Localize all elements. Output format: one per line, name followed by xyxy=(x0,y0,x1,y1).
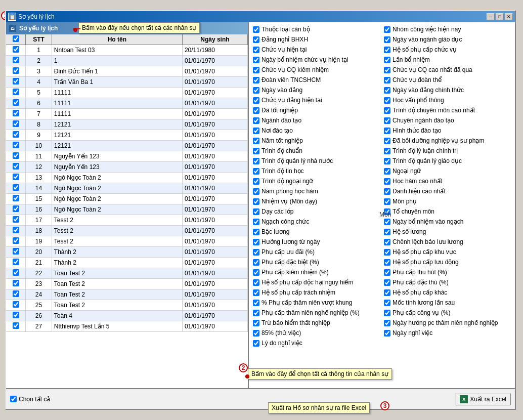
row-checkbox-cell[interactable] xyxy=(6,45,26,56)
row-checkbox-cell[interactable] xyxy=(6,151,26,162)
field-checkbox[interactable] xyxy=(253,249,259,256)
row-checkbox[interactable] xyxy=(13,120,19,127)
field-checkbox[interactable] xyxy=(253,289,259,296)
table-container[interactable]: STT Ho tên Ngày sinh 1Nntoan Test 0320/1… xyxy=(6,34,248,388)
field-checkbox[interactable] xyxy=(384,320,390,326)
field-checkbox[interactable] xyxy=(384,36,390,43)
field-checkbox[interactable] xyxy=(384,219,390,225)
field-checkbox[interactable] xyxy=(384,178,390,185)
row-checkbox[interactable] xyxy=(13,99,19,106)
row-checkbox-cell[interactable] xyxy=(6,204,26,215)
field-checkbox[interactable] xyxy=(253,47,259,53)
field-checkbox[interactable] xyxy=(253,340,259,347)
field-checkbox[interactable] xyxy=(253,128,259,134)
row-checkbox-cell[interactable] xyxy=(6,98,26,109)
field-checkbox[interactable] xyxy=(384,57,390,63)
right-panel[interactable]: Thuộc loại cán bộNhóm công việc hiện nay… xyxy=(249,22,515,388)
field-checkbox[interactable] xyxy=(253,36,259,43)
row-checkbox[interactable] xyxy=(13,110,19,116)
row-checkbox[interactable] xyxy=(13,163,19,170)
row-checkbox[interactable] xyxy=(13,142,19,148)
field-checkbox[interactable] xyxy=(253,77,259,83)
field-checkbox[interactable] xyxy=(253,229,259,235)
row-checkbox-cell[interactable] xyxy=(6,66,26,77)
row-checkbox-cell[interactable] xyxy=(6,226,26,236)
select-all-fields-checkbox[interactable] xyxy=(10,396,17,402)
row-checkbox[interactable] xyxy=(13,205,19,212)
restore-button[interactable]: □ xyxy=(496,13,504,20)
field-checkbox[interactable] xyxy=(253,259,259,266)
field-checkbox[interactable] xyxy=(384,107,390,114)
row-checkbox-cell[interactable] xyxy=(6,194,26,204)
row-checkbox[interactable] xyxy=(13,195,19,201)
field-checkbox[interactable] xyxy=(253,67,259,73)
row-checkbox[interactable] xyxy=(13,237,19,244)
row-checkbox-cell[interactable] xyxy=(6,321,26,332)
row-checkbox-cell[interactable] xyxy=(6,77,26,88)
row-checkbox-cell[interactable] xyxy=(6,311,26,321)
row-checkbox-cell[interactable] xyxy=(6,258,26,268)
row-checkbox[interactable] xyxy=(13,322,19,329)
field-checkbox[interactable] xyxy=(384,259,390,266)
field-checkbox[interactable] xyxy=(253,219,259,225)
field-checkbox[interactable] xyxy=(253,279,259,286)
field-checkbox[interactable] xyxy=(384,47,390,53)
field-checkbox[interactable] xyxy=(384,249,390,256)
row-checkbox[interactable] xyxy=(13,67,19,74)
row-checkbox-cell[interactable] xyxy=(6,300,26,311)
row-checkbox[interactable] xyxy=(13,216,19,223)
field-checkbox[interactable] xyxy=(384,77,390,83)
field-checkbox[interactable] xyxy=(253,158,259,164)
row-checkbox[interactable] xyxy=(13,290,19,297)
row-checkbox[interactable] xyxy=(13,312,19,318)
field-checkbox[interactable] xyxy=(384,330,390,337)
field-checkbox[interactable] xyxy=(253,320,259,326)
row-checkbox[interactable] xyxy=(13,131,19,138)
export-excel-button[interactable]: X Xuất ra Excel xyxy=(455,393,511,405)
field-checkbox[interactable] xyxy=(384,198,390,205)
field-checkbox[interactable] xyxy=(384,310,390,316)
field-checkbox[interactable] xyxy=(384,148,390,154)
field-checkbox[interactable] xyxy=(253,330,259,337)
field-checkbox[interactable] xyxy=(253,97,259,104)
minimize-button[interactable]: ─ xyxy=(487,13,495,20)
field-checkbox[interactable] xyxy=(253,168,259,175)
row-checkbox[interactable] xyxy=(13,248,19,255)
field-checkbox[interactable] xyxy=(253,239,259,245)
field-checkbox[interactable] xyxy=(384,26,390,33)
row-checkbox[interactable] xyxy=(13,89,19,95)
field-checkbox[interactable] xyxy=(253,310,259,316)
field-checkbox[interactable] xyxy=(384,97,390,104)
row-checkbox[interactable] xyxy=(13,269,19,276)
row-checkbox-cell[interactable] xyxy=(6,289,26,300)
field-checkbox[interactable] xyxy=(384,269,390,276)
field-checkbox[interactable] xyxy=(384,279,390,286)
row-checkbox-cell[interactable] xyxy=(6,247,26,258)
field-checkbox[interactable] xyxy=(384,300,390,306)
field-checkbox[interactable] xyxy=(253,178,259,185)
row-checkbox-cell[interactable] xyxy=(6,130,26,141)
row-checkbox[interactable] xyxy=(13,174,19,180)
field-checkbox[interactable] xyxy=(384,87,390,94)
field-checkbox[interactable] xyxy=(253,117,259,124)
field-checkbox[interactable] xyxy=(253,198,259,205)
row-checkbox[interactable] xyxy=(13,46,19,53)
field-checkbox[interactable] xyxy=(253,26,259,33)
row-checkbox-cell[interactable] xyxy=(6,173,26,183)
close-button[interactable]: ✕ xyxy=(505,13,513,20)
row-checkbox[interactable] xyxy=(13,184,19,191)
row-checkbox-cell[interactable] xyxy=(6,141,26,151)
field-checkbox[interactable] xyxy=(253,57,259,63)
field-checkbox[interactable] xyxy=(384,289,390,296)
row-checkbox-cell[interactable] xyxy=(6,183,26,194)
field-checkbox[interactable] xyxy=(253,300,259,306)
field-checkbox[interactable] xyxy=(253,138,259,144)
select-all-checkbox[interactable] xyxy=(13,35,19,42)
row-checkbox-cell[interactable] xyxy=(6,236,26,247)
field-checkbox[interactable] xyxy=(253,87,259,94)
field-checkbox[interactable] xyxy=(384,168,390,175)
field-checkbox[interactable] xyxy=(384,117,390,124)
field-checkbox[interactable] xyxy=(384,239,390,245)
row-checkbox[interactable] xyxy=(13,152,19,159)
row-checkbox-cell[interactable] xyxy=(6,56,26,66)
